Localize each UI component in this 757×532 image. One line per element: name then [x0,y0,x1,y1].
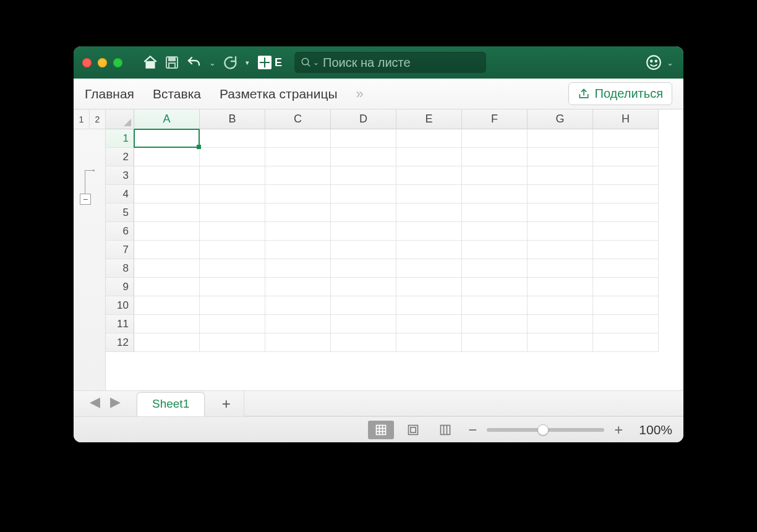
cell-A1[interactable] [134,129,200,148]
row-header-1[interactable]: 1 [106,129,134,148]
cell-G4[interactable] [528,185,593,204]
cell-B4[interactable] [200,185,265,204]
row-header-8[interactable]: 8 [106,259,134,278]
cell-D2[interactable] [331,148,396,166]
cell-H5[interactable] [593,204,659,222]
cell-G3[interactable] [528,166,593,185]
cell-B2[interactable] [200,148,265,166]
row-header-3[interactable]: 3 [106,166,134,185]
cell-C4[interactable] [265,185,331,204]
ribbon-tab-layout[interactable]: Разметка страницы [220,87,338,101]
cell-E8[interactable] [396,259,462,278]
cell-G5[interactable] [528,204,593,222]
cell-B12[interactable] [200,333,265,352]
cell-B10[interactable] [200,296,265,315]
ribbon-more-icon[interactable]: » [356,86,365,102]
cell-A5[interactable] [134,204,200,222]
column-header-G[interactable]: G [528,109,593,129]
cell-F6[interactable] [462,222,528,241]
cell-D11[interactable] [331,315,396,333]
cell-D8[interactable] [331,259,396,278]
cell-A8[interactable] [134,259,200,278]
row-header-11[interactable]: 11 [106,315,134,333]
view-page-layout-button[interactable] [400,421,426,439]
cell-A6[interactable] [134,222,200,241]
cell-F4[interactable] [462,185,528,204]
cell-C12[interactable] [265,333,331,352]
cell-F7[interactable] [462,241,528,259]
column-header-F[interactable]: F [462,109,528,129]
ribbon-tab-insert[interactable]: Вставка [153,87,201,101]
minimize-window-button[interactable] [98,58,107,67]
cell-B11[interactable] [200,315,265,333]
cell-D6[interactable] [331,222,396,241]
cell-H2[interactable] [593,148,659,166]
row-header-4[interactable]: 4 [106,185,134,204]
cell-H3[interactable] [593,166,659,185]
cell-A10[interactable] [134,296,200,315]
cell-A7[interactable] [134,241,200,259]
cell-H8[interactable] [593,259,659,278]
cell-E1[interactable] [396,129,462,148]
cell-H12[interactable] [593,333,659,352]
row-header-10[interactable]: 10 [106,296,134,315]
cell-B1[interactable] [200,129,265,148]
cell-G10[interactable] [528,296,593,315]
cell-D12[interactable] [331,333,396,352]
row-header-6[interactable]: 6 [106,222,134,241]
cell-B8[interactable] [200,259,265,278]
cell-G1[interactable] [528,129,593,148]
cell-C2[interactable] [265,148,331,166]
cell-B3[interactable] [200,166,265,185]
fullscreen-window-button[interactable] [113,58,122,67]
cell-E6[interactable] [396,222,462,241]
column-header-A[interactable]: A [134,109,200,129]
cell-F8[interactable] [462,259,528,278]
column-header-H[interactable]: H [593,109,659,129]
cell-A12[interactable] [134,333,200,352]
zoom-in-button[interactable]: + [610,421,627,439]
zoom-out-button[interactable]: − [464,421,481,439]
cell-E7[interactable] [396,241,462,259]
cell-B6[interactable] [200,222,265,241]
cell-B5[interactable] [200,204,265,222]
share-button[interactable]: Поделиться [568,82,672,105]
cell-D7[interactable] [331,241,396,259]
cell-C11[interactable] [265,315,331,333]
cell-G9[interactable] [528,278,593,296]
search-input[interactable] [323,56,480,70]
cell-F2[interactable] [462,148,528,166]
cell-C8[interactable] [265,259,331,278]
cell-F9[interactable] [462,278,528,296]
cell-E10[interactable] [396,296,462,315]
outline-level-1[interactable]: 1 [74,109,90,129]
view-normal-button[interactable] [368,421,394,439]
cell-H11[interactable] [593,315,659,333]
cell-D9[interactable] [331,278,396,296]
cell-G6[interactable] [528,222,593,241]
cell-D10[interactable] [331,296,396,315]
column-header-E[interactable]: E [396,109,462,129]
cell-G2[interactable] [528,148,593,166]
cell-F12[interactable] [462,333,528,352]
redo-icon[interactable] [223,53,238,72]
cell-E12[interactable] [396,333,462,352]
sheet-nav-prev[interactable]: ◀ [85,394,105,416]
cell-A3[interactable] [134,166,200,185]
cell-G7[interactable] [528,241,593,259]
cell-G11[interactable] [528,315,593,333]
cell-G8[interactable] [528,259,593,278]
save-icon[interactable] [165,53,179,72]
cell-F3[interactable] [462,166,528,185]
row-header-5[interactable]: 5 [106,204,134,222]
cell-C1[interactable] [265,129,331,148]
outline-level-2[interactable]: 2 [90,109,105,129]
cell-H6[interactable] [593,222,659,241]
undo-icon[interactable] [186,53,202,72]
cell-D3[interactable] [331,166,396,185]
sheet-nav-next[interactable]: ▶ [105,394,126,416]
select-all-button[interactable] [106,109,134,129]
cell-H9[interactable] [593,278,659,296]
cell-H4[interactable] [593,185,659,204]
cell-F10[interactable] [462,296,528,315]
